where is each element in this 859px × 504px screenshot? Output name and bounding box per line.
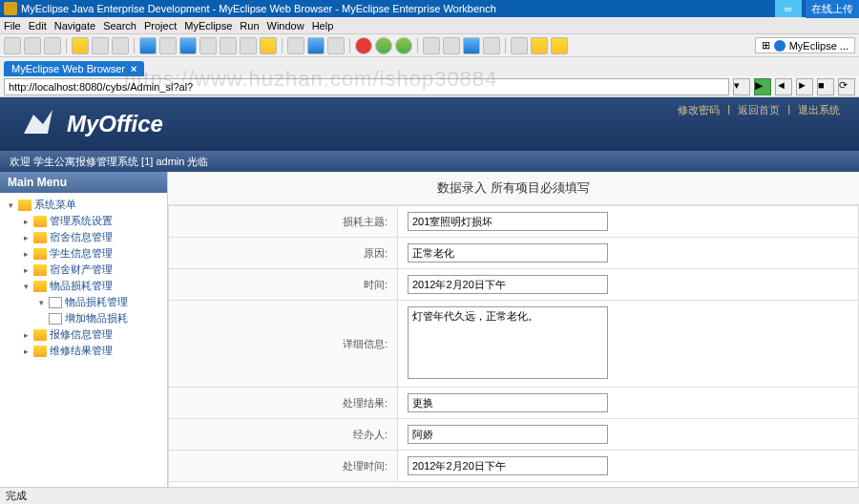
status-bar: 完成: [0, 487, 859, 504]
editor-tabs: MyEclipse Web Browser ×: [0, 57, 859, 76]
expand-icon[interactable]: ▾: [36, 298, 46, 307]
sidebar-item[interactable]: 增加物品损耗: [0, 310, 167, 326]
main-area: Main Menu ▾ 系统菜单 ▸管理系统设置▸宿舍信息管理▸学生信息管理▸宿…: [0, 172, 859, 504]
main-toolbar: ⊞ MyEclipse ...: [0, 34, 859, 57]
input-time[interactable]: [408, 275, 608, 294]
toolbar-icon[interactable]: [483, 37, 500, 54]
run-button[interactable]: [375, 37, 392, 54]
toolbar-icon[interactable]: [92, 37, 109, 54]
folder-icon: [33, 346, 47, 357]
nav-forward-button[interactable]: ►: [796, 78, 813, 95]
expand-icon[interactable]: ▾: [21, 282, 31, 291]
collapse-icon[interactable]: ▾: [6, 200, 15, 210]
tree-label: 宿舍财产管理: [50, 262, 113, 277]
app-header: MyOffice 修改密码 | 返回首页 | 退出系统: [0, 97, 859, 151]
menu-run[interactable]: Run: [240, 20, 259, 32]
label-detail: 详细信息:: [169, 301, 398, 388]
toolbar-icon[interactable]: [260, 37, 277, 54]
menu-search[interactable]: Search: [103, 20, 136, 32]
expand-icon[interactable]: ▸: [21, 346, 31, 356]
toolbar-icon[interactable]: [220, 37, 237, 54]
save-all-button[interactable]: [44, 37, 61, 54]
input-result[interactable]: [408, 393, 608, 412]
content-area: 数据录入 所有项目必须填写 损耗主题: 原因: 时间: 详细信息: 处理结果: …: [168, 172, 859, 504]
perspective-switcher[interactable]: ⊞ MyEclipse ...: [755, 37, 855, 53]
menu-window[interactable]: Window: [267, 20, 304, 32]
sidebar-item[interactable]: ▸学生信息管理: [0, 245, 167, 262]
toolbar-icon[interactable]: [443, 37, 460, 54]
debug-button[interactable]: [355, 37, 372, 54]
toolbar-icon[interactable]: [240, 37, 257, 54]
toolbar-icon[interactable]: [463, 37, 480, 54]
toolbar-icon[interactable]: [179, 37, 197, 54]
perspective-label: MyEclipse ...: [789, 40, 849, 52]
back-button[interactable]: [531, 37, 548, 54]
go-button[interactable]: ▶: [754, 78, 771, 95]
input-handler[interactable]: [408, 425, 608, 444]
label-subject: 损耗主题:: [169, 206, 398, 238]
forward-button[interactable]: [551, 37, 568, 54]
upload-badge[interactable]: 在线上传: [806, 0, 859, 18]
toolbar-icon[interactable]: [159, 37, 177, 54]
link-change-password[interactable]: 修改密码: [678, 103, 720, 117]
sidebar-item[interactable]: ▸宿舍信息管理: [0, 229, 167, 245]
url-input[interactable]: [4, 78, 729, 95]
sidebar-header: Main Menu: [0, 172, 167, 193]
form-table: 损耗主题: 原因: 时间: 详细信息: 处理结果: 经办人: 处理时间: 提交: [168, 205, 859, 504]
dropdown-button[interactable]: ▾: [733, 78, 750, 95]
menu-myeclipse[interactable]: MyEclipse: [184, 20, 232, 32]
nav-back-button[interactable]: ◄: [775, 78, 792, 95]
new-button[interactable]: [4, 37, 21, 54]
sidebar-item[interactable]: ▾物品损耗管理: [0, 278, 167, 294]
textarea-detail[interactable]: [408, 306, 608, 379]
separator: [282, 38, 283, 53]
input-subject[interactable]: [408, 212, 608, 231]
menu-edit[interactable]: Edit: [29, 20, 47, 32]
link-home[interactable]: 返回首页: [738, 103, 780, 117]
run-button-2[interactable]: [395, 37, 412, 54]
browser-tab[interactable]: MyEclipse Web Browser ×: [4, 61, 144, 76]
menu-file[interactable]: File: [4, 20, 21, 32]
label-result: 处理结果:: [169, 388, 398, 419]
expand-icon[interactable]: ▸: [21, 330, 31, 340]
stop-button[interactable]: ■: [817, 78, 834, 95]
separator: [505, 38, 506, 53]
myeclipse-icon: [774, 40, 786, 52]
input-handle-time[interactable]: [408, 456, 608, 475]
input-reason[interactable]: [408, 243, 608, 262]
tree-root[interactable]: ▾ 系统菜单: [0, 197, 167, 213]
menu-project[interactable]: Project: [144, 20, 177, 32]
nav-tree: ▾ 系统菜单 ▸管理系统设置▸宿舍信息管理▸学生信息管理▸宿舍财产管理▾物品损耗…: [0, 193, 167, 504]
address-bar-row: ▾ ▶ ◄ ► ■ ⟳: [0, 76, 859, 97]
sidebar-item[interactable]: ▸宿舍财产管理: [0, 262, 167, 278]
expand-icon[interactable]: ▸: [21, 265, 31, 275]
toolbar-icon[interactable]: [307, 37, 325, 54]
tree-label: 维修结果管理: [50, 344, 113, 358]
link-logout[interactable]: 退出系统: [798, 103, 840, 117]
toolbar-icon[interactable]: [287, 37, 304, 54]
tree-label: 学生信息管理: [50, 246, 113, 261]
close-icon[interactable]: ×: [131, 63, 136, 74]
sidebar-item[interactable]: ▾物品损耗管理: [0, 294, 167, 310]
expand-icon[interactable]: ▸: [21, 249, 31, 259]
toolbar-icon[interactable]: [112, 37, 129, 54]
sidebar-item[interactable]: ▸报修信息管理: [0, 326, 167, 343]
folder-icon: [33, 216, 47, 227]
expand-icon[interactable]: ▸: [21, 233, 31, 242]
toolbar-icon[interactable]: [511, 37, 528, 54]
sidebar-item[interactable]: ▸维修结果管理: [0, 343, 167, 359]
refresh-button[interactable]: ⟳: [838, 78, 855, 95]
expand-icon[interactable]: ▸: [21, 217, 31, 226]
save-button[interactable]: [24, 37, 41, 54]
folder-icon: [33, 232, 47, 243]
toolbar-icon[interactable]: [72, 37, 89, 54]
toolbar-icon[interactable]: [139, 37, 157, 54]
menu-help[interactable]: Help: [312, 20, 334, 32]
separator: [134, 38, 135, 53]
toolbar-icon[interactable]: [327, 37, 345, 54]
toolbar-icon[interactable]: [423, 37, 440, 54]
toolbar-icon[interactable]: [199, 37, 217, 54]
cloud-badge-icon[interactable]: ∞: [775, 0, 802, 17]
menu-navigate[interactable]: Navigate: [54, 20, 95, 32]
sidebar-item[interactable]: ▸管理系统设置: [0, 213, 167, 229]
